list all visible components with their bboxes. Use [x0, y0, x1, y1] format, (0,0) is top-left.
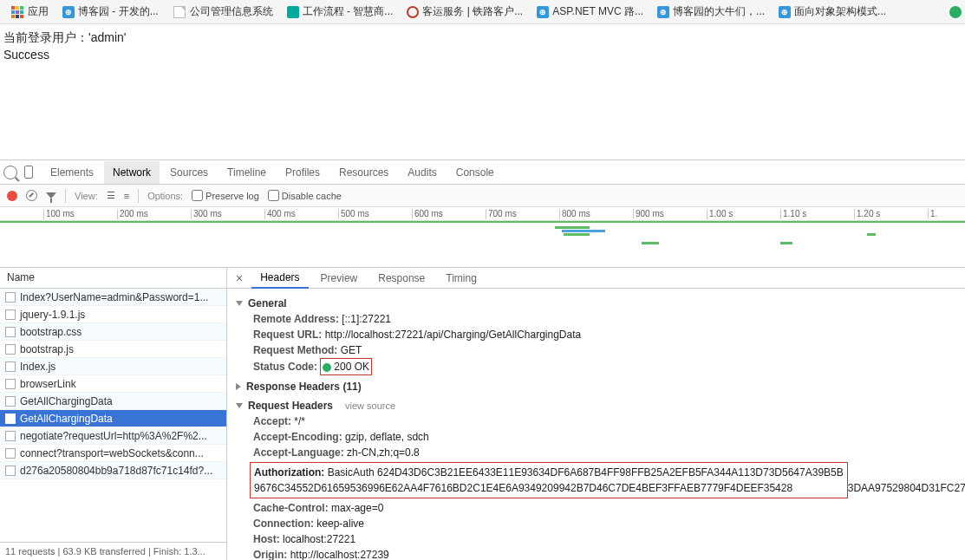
view-label: View:	[75, 191, 98, 201]
request-list: Name Index?UserName=admin&Password=1... …	[0, 268, 227, 560]
status-dot-icon	[323, 363, 331, 372]
preserve-log-checkbox[interactable]: Preserve log	[192, 190, 259, 201]
request-list-header[interactable]: Name	[0, 268, 226, 289]
request-row[interactable]: d276a20580804bb9a718d87fc71c14fd?...	[0, 462, 226, 479]
general-section[interactable]: General	[236, 296, 965, 311]
devtools-body: Name Index?UserName=admin&Password=1... …	[0, 268, 965, 560]
favicon-icon: ⊕	[779, 6, 791, 18]
file-icon	[5, 466, 16, 476]
apps-label: 应用	[28, 4, 49, 19]
timeline-bar	[780, 242, 792, 244]
bookmark-6[interactable]: ⊕面向对象架构模式...	[773, 3, 891, 21]
apps-button[interactable]: 应用	[5, 3, 54, 21]
bookmark-0[interactable]: ⊕博客园 - 开发的...	[57, 3, 164, 21]
status-dot-icon	[949, 6, 962, 18]
request-row[interactable]: Index.js	[0, 358, 226, 375]
favicon-icon: ⊕	[537, 6, 549, 18]
request-row[interactable]: bootstrap.css	[0, 323, 226, 341]
tab-elements[interactable]: Elements	[42, 161, 102, 184]
collapse-icon	[236, 403, 243, 408]
favicon-icon	[407, 6, 419, 18]
close-detail-button[interactable]: ×	[231, 271, 248, 285]
request-row-selected[interactable]: GetAllChargingData	[0, 410, 226, 427]
bookmark-bar: 应用 ⊕博客园 - 开发的... 公司管理信息系统 工作流程 - 智慧商... …	[0, 0, 965, 24]
expand-icon	[236, 383, 241, 390]
record-button[interactable]	[7, 191, 17, 201]
view-small-icon[interactable]: ≡	[124, 191, 129, 201]
network-toolbar: View: ☰ ≡ Options: Preserve log Disable …	[0, 185, 965, 207]
login-user-text: 当前登录用户：'admin'	[3, 29, 962, 47]
detail-tab-timing[interactable]: Timing	[437, 269, 486, 288]
detail-tab-preview[interactable]: Preview	[312, 269, 367, 288]
response-headers-section[interactable]: Response Headers (11)	[236, 379, 965, 394]
authorization-highlight: Authorization: BasicAuth 624D43D6C3B21EE…	[250, 462, 848, 498]
file-icon	[5, 327, 16, 337]
tab-audits[interactable]: Audits	[399, 161, 445, 184]
file-icon	[5, 309, 16, 320]
options-label: Options:	[147, 191, 183, 201]
devtools-panel: Elements Network Sources Timeline Profil…	[0, 160, 965, 560]
view-source-link[interactable]: view source	[345, 399, 395, 413]
file-icon	[5, 361, 16, 372]
file-icon	[5, 379, 16, 389]
tab-resources[interactable]: Resources	[330, 161, 397, 184]
view-large-icon[interactable]: ☰	[107, 190, 115, 201]
request-row[interactable]: negotiate?requestUrl=http%3A%2F%2...	[0, 427, 226, 445]
status-code-highlight: 200 OK	[320, 358, 372, 375]
collapse-icon	[236, 301, 243, 306]
timeline-bar	[562, 230, 605, 232]
favicon-icon	[287, 6, 299, 18]
file-icon	[5, 431, 16, 441]
disable-cache-checkbox[interactable]: Disable cache	[268, 190, 342, 201]
bookmark-2[interactable]: 工作流程 - 智慧商...	[282, 3, 399, 21]
request-detail: × Headers Preview Response Timing Genera…	[227, 268, 965, 560]
favicon-icon	[173, 5, 186, 19]
search-icon[interactable]	[3, 166, 17, 179]
tab-timeline[interactable]: Timeline	[218, 161, 275, 184]
request-row[interactable]: connect?transport=webSockets&conn...	[0, 445, 226, 462]
timeline-bar	[564, 233, 590, 236]
timeline-bar	[642, 242, 659, 244]
tab-sources[interactable]: Sources	[161, 161, 217, 184]
file-icon	[5, 448, 16, 459]
request-rows[interactable]: Index?UserName=admin&Password=1... jquer…	[0, 289, 226, 542]
detail-tab-headers[interactable]: Headers	[251, 268, 308, 289]
clear-button[interactable]	[26, 190, 37, 201]
request-row[interactable]: jquery-1.9.1.js	[0, 306, 226, 323]
detail-body[interactable]: General Remote Address: [::1]:27221 Requ…	[227, 289, 965, 560]
request-headers-section[interactable]: Request Headersview source	[236, 398, 965, 413]
bookmark-3[interactable]: 客运服务 | 铁路客户...	[401, 3, 528, 21]
page-content: 当前登录用户：'admin' Success	[0, 24, 965, 160]
network-timeline[interactable]: 100 ms 200 ms 300 ms 400 ms 500 ms 600 m…	[0, 207, 965, 268]
tab-console[interactable]: Console	[447, 161, 503, 184]
timeline-bar	[0, 221, 965, 223]
apps-icon	[10, 5, 24, 19]
detail-tabs: × Headers Preview Response Timing	[227, 268, 965, 289]
bookmark-5[interactable]: ⊕博客园的大牛们，...	[652, 3, 770, 21]
device-icon[interactable]	[24, 166, 33, 179]
timeline-bar	[555, 226, 590, 229]
devtools-tabs: Elements Network Sources Timeline Profil…	[0, 160, 965, 185]
tab-network[interactable]: Network	[104, 161, 160, 184]
favicon-icon: ⊕	[657, 6, 669, 18]
file-icon	[5, 396, 16, 407]
success-text: Success	[3, 47, 962, 64]
detail-tab-response[interactable]: Response	[369, 269, 434, 288]
bookmark-1[interactable]: 公司管理信息系统	[167, 3, 278, 21]
tab-profiles[interactable]: Profiles	[277, 161, 329, 184]
request-row[interactable]: GetAllChargingData	[0, 393, 226, 410]
timeline-bar	[867, 233, 876, 236]
file-icon	[5, 292, 16, 303]
request-row[interactable]: Index?UserName=admin&Password=1...	[0, 289, 226, 306]
filter-button[interactable]	[46, 192, 56, 199]
request-status-bar: 11 requests | 63.9 KB transferred | Fini…	[0, 542, 226, 560]
request-row[interactable]: bootstrap.js	[0, 341, 226, 358]
timeline-ruler: 100 ms 200 ms 300 ms 400 ms 500 ms 600 m…	[0, 207, 965, 221]
file-icon	[5, 413, 16, 424]
request-row[interactable]: browserLink	[0, 375, 226, 393]
bookmark-4[interactable]: ⊕ASP.NET MVC 路...	[531, 3, 649, 21]
file-icon	[5, 344, 16, 355]
favicon-icon: ⊕	[62, 6, 75, 18]
